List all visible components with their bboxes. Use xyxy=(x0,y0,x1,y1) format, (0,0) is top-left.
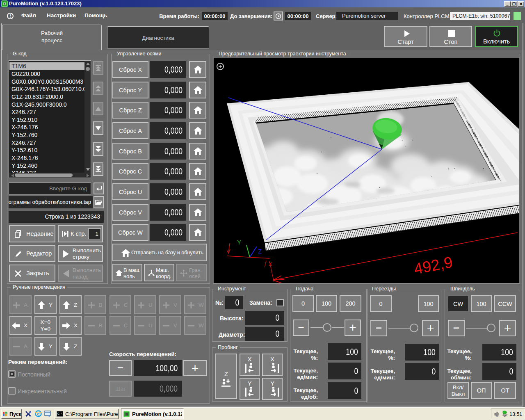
svg-text:Y: Y xyxy=(237,239,241,246)
svg-text:e: e xyxy=(37,411,40,417)
svg-text:Z: Z xyxy=(258,248,262,255)
svg-text:X: X xyxy=(269,261,272,267)
